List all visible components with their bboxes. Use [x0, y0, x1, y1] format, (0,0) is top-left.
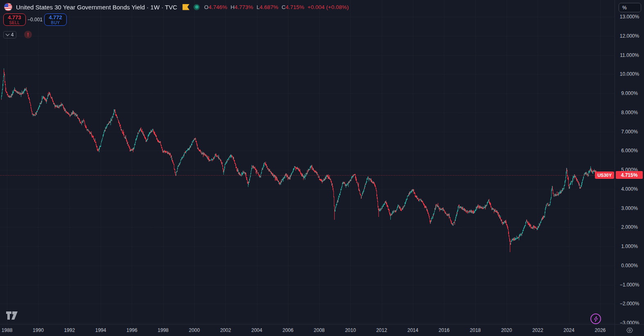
price-tick: 7.000%: [615, 129, 644, 135]
time-tick: 2008: [314, 327, 325, 333]
price-tick: 8.000%: [615, 110, 644, 115]
price-tick: −2.000%: [615, 301, 644, 307]
gear-icon: [626, 326, 634, 334]
time-tick: 2010: [345, 327, 356, 333]
price-axis-unit-button[interactable]: %: [619, 3, 641, 12]
price-tick: 12.000%: [615, 33, 644, 39]
price-tick: 10.000%: [615, 71, 644, 77]
flag-marker-icon[interactable]: [182, 4, 189, 10]
time-tick: 2002: [220, 327, 231, 333]
time-tick: 2026: [595, 327, 606, 333]
axis-settings-corner[interactable]: [615, 324, 644, 336]
collapse-count: 4: [11, 32, 14, 38]
price-tick: 9.000%: [615, 90, 644, 96]
symbol-legend: United States 30 Year Government Bonds Y…: [4, 2, 349, 11]
time-tick: 1996: [126, 327, 137, 333]
price-tick: 13.000%: [615, 14, 644, 20]
ohlc-values: O4.746%H4.773%L4.687%C4.715%: [204, 4, 304, 10]
ohlc-pair: L4.687%: [257, 4, 278, 10]
change-value: +0.004 (+0.08%): [308, 4, 349, 10]
time-tick: 1992: [64, 327, 75, 333]
lightning-icon: [594, 316, 598, 322]
buy-button[interactable]: 4.772 BUY: [44, 14, 67, 26]
time-tick: 1988: [2, 327, 13, 333]
market-status-icon[interactable]: [194, 4, 200, 10]
time-tick: 2004: [251, 327, 262, 333]
time-tick: 2024: [563, 327, 574, 333]
price-axis[interactable]: % 13.000%12.000%11.000%10.000%9.000%8.00…: [615, 0, 644, 324]
sell-button[interactable]: 4.773 SELL: [3, 14, 26, 26]
sell-price: 4.773: [8, 14, 21, 20]
time-tick: 2000: [189, 327, 200, 333]
current-price-label: 4.715%: [616, 171, 643, 179]
candlestick-chart-canvas[interactable]: [0, 0, 615, 324]
quick-trade-lightning-button[interactable]: [590, 313, 601, 324]
time-tick: 2006: [283, 327, 294, 333]
time-tick: 2014: [408, 327, 419, 333]
sell-label: SELL: [9, 20, 20, 25]
time-tick: 2022: [532, 327, 543, 333]
chevron-down-icon: [5, 32, 9, 36]
tradingview-logo[interactable]: [6, 311, 18, 322]
time-tick: 2018: [470, 327, 481, 333]
time-tick: 1998: [158, 327, 169, 333]
chart-pane: United States 30 Year Government Bonds Y…: [0, 0, 615, 324]
price-tick: −3.000%: [615, 320, 644, 324]
price-tick: 1.000%: [615, 244, 644, 249]
ohlc-legend: O4.746%H4.773%L4.687%C4.715% +0.004 (+0.…: [204, 4, 349, 10]
collapse-indicators-button[interactable]: 4: [3, 31, 16, 38]
alert-exclamation-icon[interactable]: !: [24, 31, 32, 38]
time-tick: 1990: [33, 327, 44, 333]
ohlc-pair: O4.746%: [204, 4, 227, 10]
price-tick: −1.000%: [615, 282, 644, 288]
ohlc-pair: H4.773%: [230, 4, 253, 10]
trade-panel: 4.773 SELL −0.001 4.772 BUY: [3, 14, 67, 26]
price-tick: 2.000%: [615, 224, 644, 230]
time-tick: 2016: [439, 327, 450, 333]
spread-value: −0.001: [26, 17, 44, 23]
time-tick: 2012: [376, 327, 387, 333]
price-tick: 4.000%: [615, 186, 644, 192]
symbol-title[interactable]: United States 30 Year Government Bonds Y…: [16, 4, 177, 11]
ohlc-pair: C4.715%: [281, 4, 304, 10]
us-flag-icon: [4, 3, 12, 11]
price-tick: 6.000%: [615, 148, 644, 153]
price-tick: 0.000%: [615, 263, 644, 268]
time-axis[interactable]: 1988199019921994199619982000200220042006…: [0, 324, 615, 336]
buy-label: BUY: [51, 20, 60, 25]
time-tick: 2020: [501, 327, 512, 333]
price-tick: 11.000%: [615, 52, 644, 58]
buy-price: 4.772: [49, 14, 62, 20]
legend-tools: 4 !: [3, 31, 32, 38]
price-tick: 3.000%: [615, 205, 644, 211]
price-line-symbol-badge: US30Y: [595, 171, 614, 179]
time-tick: 1994: [95, 327, 106, 333]
